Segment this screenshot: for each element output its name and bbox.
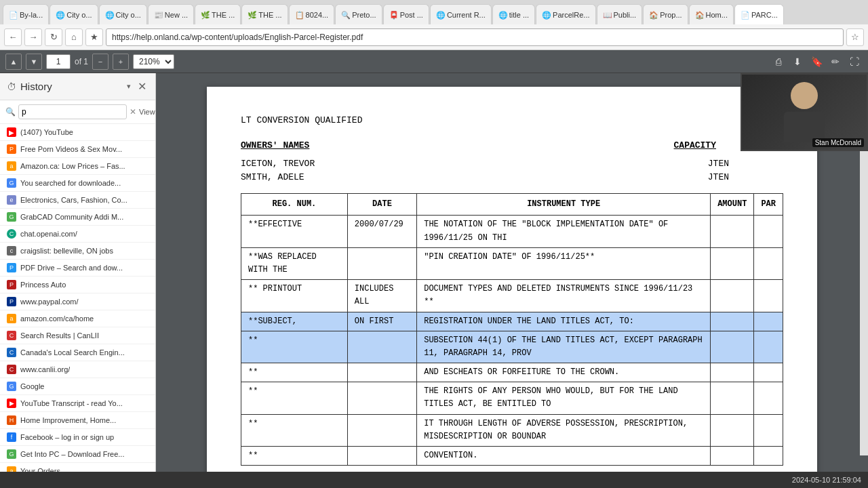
cell-amount	[711, 312, 754, 331]
page-number-input[interactable]	[46, 54, 71, 69]
list-item[interactable]: ▶ YouTube Transcript - read Yo...	[0, 395, 155, 412]
home-button[interactable]: ⌂	[65, 28, 83, 46]
refresh-button[interactable]: ↻	[45, 28, 62, 46]
list-item[interactable]: P Princess Auto	[0, 277, 155, 293]
list-item[interactable]: C Search Results | CanLII	[0, 327, 155, 344]
cell-date	[347, 414, 416, 446]
canada-search-favicon: C	[7, 348, 16, 357]
zoom-out-button[interactable]: −	[92, 54, 108, 70]
cell-instrument: "PIN CREATION DATE" OF 1996/11/25**	[417, 247, 711, 279]
tab-new[interactable]: 📰 New ...	[148, 4, 194, 24]
list-item[interactable]: a Amazon.ca: Low Prices – Fas...	[0, 158, 155, 175]
tab-preto[interactable]: 🔍 Preto...	[335, 4, 382, 24]
pdf-viewer[interactable]: Stan McDonald LT CONVERSION QUALIFIED OW…	[156, 73, 868, 472]
list-item[interactable]: P Free Porn Videos & Sex Mov...	[0, 141, 155, 158]
canlii-favicon: C	[7, 331, 16, 340]
list-item[interactable]: H Home Improvement, Home...	[0, 412, 155, 429]
history-item-label: Electronics, Cars, Fashion, Co...	[20, 196, 127, 204]
list-item[interactable]: a Your Orders	[0, 463, 155, 472]
lt-conversion-text: LT CONVERSION QUALIFIED	[241, 114, 783, 128]
tab-8024[interactable]: 📋 8024...	[289, 4, 335, 24]
canlii2-favicon: C	[7, 365, 16, 374]
tab-post[interactable]: 📮 Post ...	[383, 4, 429, 24]
pdf-page: LT CONVERSION QUALIFIED OWNERS' NAMES CA…	[207, 87, 817, 472]
cell-amount	[711, 216, 754, 247]
tab-hom[interactable]: 🏠 Hom...	[689, 4, 734, 24]
pdf-text-content: LT CONVERSION QUALIFIED OWNERS' NAMES CA…	[241, 114, 783, 466]
owner-name-1: ICETON, TREVOR	[241, 157, 315, 171]
col-par: PAR	[754, 194, 783, 216]
owner-cap-2: JTEN	[708, 171, 729, 185]
history-item-label: Your Orders	[20, 467, 60, 472]
page-total: of 1	[75, 57, 88, 66]
cell-par	[754, 382, 783, 414]
list-item[interactable]: G GrabCAD Community Addi M...	[0, 209, 155, 226]
pdf-next-button[interactable]: ▼	[26, 54, 42, 70]
list-item[interactable]: P PDF Drive – Search and dow...	[0, 260, 155, 277]
porn-favicon: P	[7, 144, 16, 154]
home-impr-favicon: H	[7, 415, 16, 425]
cell-amount	[711, 247, 754, 279]
zoom-select[interactable]: 210% 100% 150%	[133, 54, 174, 69]
tab-publi[interactable]: 📖 Publi...	[597, 4, 643, 24]
tab-by-la[interactable]: 📄 By-la...	[3, 4, 49, 24]
list-item[interactable]: C Canada's Local Search Engin...	[0, 344, 155, 361]
owner-row-1: ICETON, TREVOR JTEN	[241, 157, 783, 171]
cell-amount	[711, 363, 754, 382]
table-row: **EFFECTIVE 2000/07/29 THE NOTATION OF T…	[241, 216, 783, 247]
amazon-favicon: a	[7, 161, 16, 171]
tab-parc-active[interactable]: 📄 PARC...	[734, 4, 784, 24]
cell-date	[347, 247, 416, 279]
list-item[interactable]: P www.paypal.com/	[0, 293, 155, 310]
col-instrument: INSTRUMENT TYPE	[417, 194, 711, 216]
zoom-in-button[interactable]: +	[113, 54, 129, 70]
google-favicon: G	[7, 178, 16, 188]
tab-current[interactable]: 🌐 Current R...	[430, 4, 492, 24]
list-item[interactable]: C chat.openai.com/	[0, 226, 155, 243]
print-button[interactable]: ⎙	[770, 54, 787, 70]
owners-data: ICETON, TREVOR JTEN SMITH, ADELE JTEN	[241, 157, 783, 186]
list-item[interactable]: a amazon.com/ca/home	[0, 310, 155, 327]
list-item[interactable]: G Google	[0, 378, 155, 395]
list-item[interactable]: ▶ (1407) YouTube	[0, 124, 155, 141]
list-item[interactable]: G Get Into PC – Download Free...	[0, 446, 155, 463]
bookmark-pdf-button[interactable]: 🔖	[808, 54, 825, 70]
tab-the1[interactable]: 🌿 THE ...	[195, 4, 241, 24]
list-item[interactable]: e Electronics, Cars, Fashion, Co...	[0, 192, 155, 209]
clear-search-icon[interactable]: ✕	[130, 107, 136, 117]
cell-date: 2000/07/29	[347, 216, 416, 247]
tab-the2[interactable]: 🌿 THE ...	[241, 4, 288, 24]
pdf-prev-button[interactable]: ▲	[5, 54, 22, 70]
tab-city2[interactable]: 🌐 City o...	[99, 4, 147, 24]
bookmark-button[interactable]: ★	[85, 28, 103, 46]
list-item[interactable]: G You searched for downloade...	[0, 175, 155, 192]
forward-button[interactable]: →	[24, 28, 42, 46]
tab-prop[interactable]: 🏠 Prop...	[643, 4, 688, 24]
cell-par	[754, 280, 783, 312]
youtube-favicon: ▶	[7, 127, 16, 137]
list-item[interactable]: f Facebook – log in or sign up	[0, 429, 155, 446]
pencil-button[interactable]: ✏	[827, 54, 844, 70]
tab-title[interactable]: 🌐 title ...	[492, 4, 535, 24]
star-button[interactable]: ☆	[846, 28, 864, 46]
back-button[interactable]: ←	[4, 28, 22, 46]
cell-reg: **	[241, 447, 348, 466]
tab-label-hom: Hom...	[706, 11, 728, 19]
list-item[interactable]: C www.canlii.org/	[0, 361, 155, 378]
expand-button[interactable]: ⛶	[846, 54, 863, 70]
sidebar-close-button[interactable]: ✕	[135, 80, 149, 94]
get-into-download-label: Get Into PC – Download Free...	[20, 450, 124, 458]
tab-city1[interactable]: 🌐 City o...	[50, 4, 98, 24]
cell-instrument: REGISTRATION UNDER THE LAND TITLES ACT, …	[417, 312, 711, 331]
download-button[interactable]: ⬇	[789, 54, 806, 70]
pdf-toolbar: ▲ ▼ of 1 − + 210% 100% 150% ⎙ ⬇ 🔖 ✏ ⛶	[0, 50, 868, 73]
webcam-overlay: Stan McDonald	[741, 73, 868, 151]
owner-cap-1: JTEN	[708, 157, 729, 171]
list-item[interactable]: c craigslist: belleville, ON jobs	[0, 243, 155, 260]
tab-favicon-new: 📰	[154, 11, 162, 19]
tab-label-8024: 8024...	[306, 11, 329, 19]
tab-parcel[interactable]: 🌐 ParcelRe...	[536, 4, 595, 24]
sidebar-search-input[interactable]	[18, 104, 127, 119]
table-row: **WAS REPLACED WITH THE "PIN CREATION DA…	[241, 247, 783, 279]
address-bar[interactable]	[106, 28, 844, 46]
